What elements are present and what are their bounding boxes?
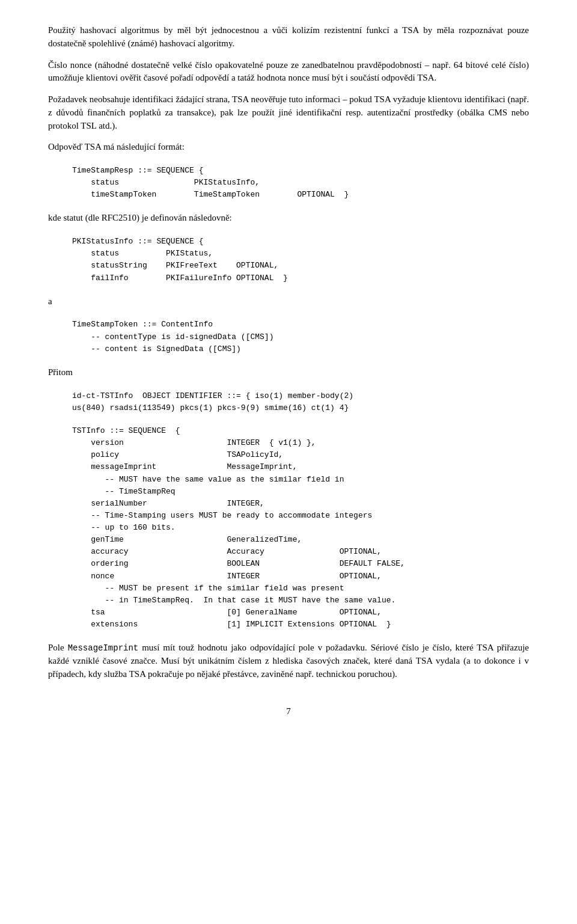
a-label: a bbox=[48, 295, 529, 308]
code-pkistatusinfo: PKIStatusInfo ::= SEQUENCE { status PKIS… bbox=[72, 236, 529, 284]
paragraph-5: Pole MessageImprint musí mít touž hodnot… bbox=[48, 641, 529, 681]
paragraph-4: Odpověď TSA má následující formát: bbox=[48, 141, 529, 154]
code-timestampresp: TimeStampResp ::= SEQUENCE { status PKIS… bbox=[72, 165, 529, 201]
paragraph-2-text: Číslo nonce (náhodné dostatečně velké čí… bbox=[48, 60, 529, 83]
code-idct: id-ct-TSTInfo OBJECT IDENTIFIER ::= { is… bbox=[72, 390, 529, 414]
paragraph-1: Použitý hashovací algoritmus by měl být … bbox=[48, 24, 529, 50]
paragraph-5-intro: Pole bbox=[48, 643, 68, 652]
code-timestamptoken: TimeStampToken ::= ContentInfo -- conten… bbox=[72, 319, 529, 355]
pritom-label: Přitom bbox=[48, 366, 529, 379]
page-number: 7 bbox=[48, 705, 529, 718]
paragraph-3: Požadavek neobsahuje identifikaci žádají… bbox=[48, 93, 529, 132]
kde-statut-label: kde statut (dle RFC2510) je definován ná… bbox=[48, 212, 529, 225]
paragraph-2: Číslo nonce (náhodné dostatečně velké čí… bbox=[48, 59, 529, 85]
code-tstinfo: TSTInfo ::= SEQUENCE { version INTEGER {… bbox=[72, 425, 529, 631]
paragraph-5-code: MessageImprint bbox=[68, 643, 139, 653]
